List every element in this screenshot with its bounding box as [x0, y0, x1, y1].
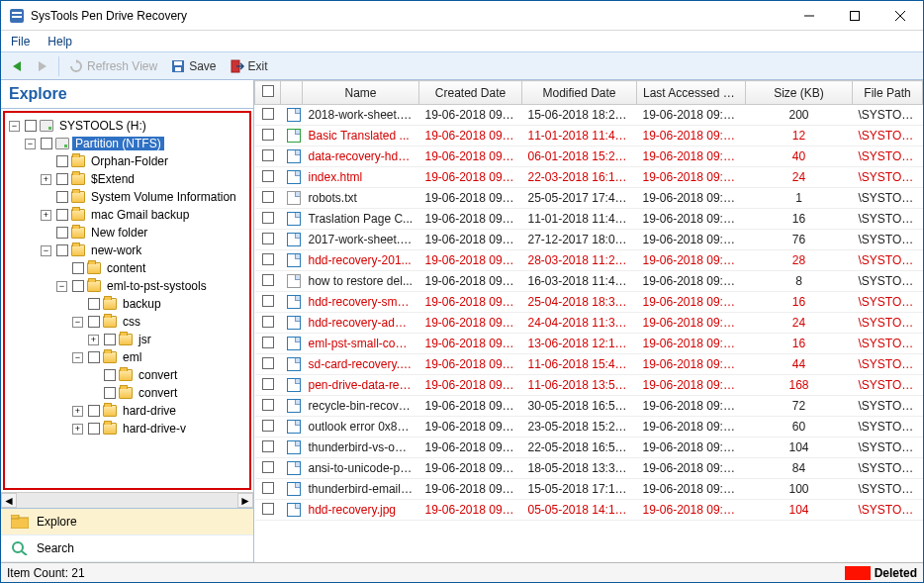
svg-rect-2 [12, 16, 22, 18]
table-row[interactable]: outlook error 0x80...19-06-2018 09:49:..… [255, 417, 923, 437]
row-checkbox[interactable] [255, 354, 281, 375]
cell-accessed: 19-06-2018 09:48:... [637, 271, 746, 292]
header-checkbox[interactable] [255, 81, 281, 105]
cell-path: \SYSTOOLS(H:)\P... [853, 230, 923, 250]
table-row[interactable]: robots.txt19-06-2018 09:48:...25-05-2017… [255, 188, 923, 209]
row-checkbox[interactable] [255, 313, 281, 334]
row-checkbox[interactable] [255, 458, 281, 479]
exit-button[interactable]: Exit [227, 57, 272, 75]
table-row[interactable]: Traslation Page C...19-06-2018 09:48:...… [255, 209, 923, 230]
cell-name: Traslation Page C... [303, 209, 419, 230]
table-row[interactable]: how to restore del...19-06-2018 09:48:..… [255, 271, 923, 292]
refresh-button[interactable]: Refresh View [65, 57, 161, 75]
table-row[interactable]: hdd-recovery.jpg19-06-2018 09:49:...05-0… [255, 500, 923, 521]
file-grid[interactable]: Name Created Date Modified Date Last Acc… [254, 80, 923, 562]
header-accessed[interactable]: Last Accessed D... [637, 81, 746, 105]
table-row[interactable]: sd-card-recovery.p...19-06-2018 09:48:..… [255, 354, 923, 375]
table-row[interactable]: Basic Translated ...19-06-2018 09:48:...… [255, 126, 923, 146]
tree-item[interactable]: New folder [41, 224, 247, 242]
tree-item[interactable]: +mac Gmail backup [41, 206, 247, 224]
menu-file[interactable]: File [11, 35, 30, 49]
header-modified[interactable]: Modified Date [522, 81, 637, 105]
cell-accessed: 19-06-2018 09:48:... [637, 250, 746, 271]
tree-item[interactable]: Orphan-Folder [41, 152, 247, 170]
cell-modified: 13-06-2018 12:15:... [522, 334, 637, 354]
header-size[interactable]: Size (KB) [746, 81, 853, 105]
cell-created: 19-06-2018 09:49:... [419, 417, 522, 437]
cell-path: \SYSTOOLS(H:)\P... [853, 479, 923, 500]
table-row[interactable]: thunderbird-emails-...19-06-2018 09:49:.… [255, 479, 923, 500]
table-row[interactable]: 2018-work-sheet.odt19-06-2018 09:48:...1… [255, 105, 923, 126]
tree-item[interactable]: +jsr [88, 331, 247, 348]
row-checkbox[interactable] [255, 146, 281, 167]
tab-search[interactable]: Search [1, 535, 253, 562]
nav-forward-button[interactable] [33, 58, 52, 74]
tree-hscroll[interactable]: ◄► [1, 492, 253, 508]
table-row[interactable]: recycle-bin-recove...19-06-2018 09:49:..… [255, 396, 923, 417]
row-checkbox[interactable] [255, 230, 281, 250]
maximize-button[interactable] [832, 1, 878, 31]
row-checkbox[interactable] [255, 437, 281, 458]
table-row[interactable]: hdd-recovery-201...19-06-2018 09:48:...2… [255, 250, 923, 271]
folder-icon [103, 316, 117, 328]
cell-name: index.html [303, 167, 419, 188]
row-checkbox[interactable] [255, 417, 281, 437]
table-row[interactable]: hdd-recovery-small...19-06-2018 09:48:..… [255, 292, 923, 313]
row-checkbox[interactable] [255, 479, 281, 500]
row-checkbox[interactable] [255, 167, 281, 188]
table-row[interactable]: hdd-recovery-add-...19-06-2018 09:48:...… [255, 313, 923, 334]
file-type-icon [281, 167, 303, 188]
table-row[interactable]: data-recovery-hdd-...19-06-2018 09:48:..… [255, 146, 923, 167]
tree-item[interactable]: backup [72, 295, 247, 313]
toolbar: Refresh View Save Exit [1, 52, 923, 80]
save-button[interactable]: Save [167, 57, 220, 75]
row-checkbox[interactable] [255, 334, 281, 354]
tree-item[interactable]: System Volume Information [41, 188, 247, 206]
row-checkbox[interactable] [255, 209, 281, 230]
cell-modified: 11-01-2018 11:48:... [522, 209, 637, 230]
tab-explore[interactable]: Explore [1, 509, 253, 535]
file-type-icon [281, 458, 303, 479]
menubar: File Help [1, 31, 923, 52]
row-checkbox[interactable] [255, 292, 281, 313]
table-row[interactable]: eml-pst-small-conte...19-06-2018 09:48:.… [255, 334, 923, 354]
tree-item[interactable]: +hard-drive-v [72, 420, 247, 437]
tree-partition[interactable]: −Partition (NTFS) [25, 135, 247, 152]
cell-created: 19-06-2018 09:48:... [419, 105, 522, 126]
cell-size: 16 [746, 334, 853, 354]
tree-item[interactable]: −eml [72, 348, 247, 366]
minimize-button[interactable] [786, 1, 832, 31]
tree-item[interactable]: content [56, 259, 247, 277]
row-checkbox[interactable] [255, 500, 281, 521]
row-checkbox[interactable] [255, 105, 281, 126]
tree-item[interactable]: −eml-to-pst-systools [56, 277, 247, 295]
table-row[interactable]: thunderbird-vs-outl...19-06-2018 09:49:.… [255, 437, 923, 458]
header-name[interactable]: Name [303, 81, 419, 105]
table-row[interactable]: 2017-work-sheet.odt19-06-2018 09:48:...2… [255, 230, 923, 250]
tree-item[interactable]: convert [88, 366, 247, 384]
header-path[interactable]: File Path [853, 81, 923, 105]
row-checkbox[interactable] [255, 188, 281, 209]
tree-item[interactable]: +$Extend [41, 170, 247, 188]
row-checkbox[interactable] [255, 375, 281, 396]
tree-root[interactable]: −SYSTOOLS (H:) [9, 117, 247, 135]
row-checkbox[interactable] [255, 396, 281, 417]
table-row[interactable]: ansi-to-unicode-pst...19-06-2018 09:49:.… [255, 458, 923, 479]
cell-modified: 05-05-2018 14:16:... [522, 500, 637, 521]
row-checkbox[interactable] [255, 271, 281, 292]
nav-back-button[interactable] [7, 58, 27, 74]
svg-rect-12 [175, 67, 181, 71]
header-created[interactable]: Created Date [419, 81, 522, 105]
menu-help[interactable]: Help [47, 35, 72, 49]
tree-item[interactable]: −css [72, 313, 247, 331]
row-checkbox[interactable] [255, 250, 281, 271]
tree-item[interactable]: convert [88, 384, 247, 402]
tree-item[interactable]: +hard-drive [72, 402, 247, 420]
tree-item[interactable]: −new-work [41, 242, 247, 259]
tree-view[interactable]: −SYSTOOLS (H:) −Partition (NTFS) Orphan-… [3, 111, 251, 490]
table-row[interactable]: index.html19-06-2018 09:48:...22-03-2018… [255, 167, 923, 188]
file-type-icon [281, 230, 303, 250]
row-checkbox[interactable] [255, 126, 281, 146]
table-row[interactable]: pen-drive-data-rec...19-06-2018 09:49:..… [255, 375, 923, 396]
close-button[interactable] [878, 1, 923, 31]
